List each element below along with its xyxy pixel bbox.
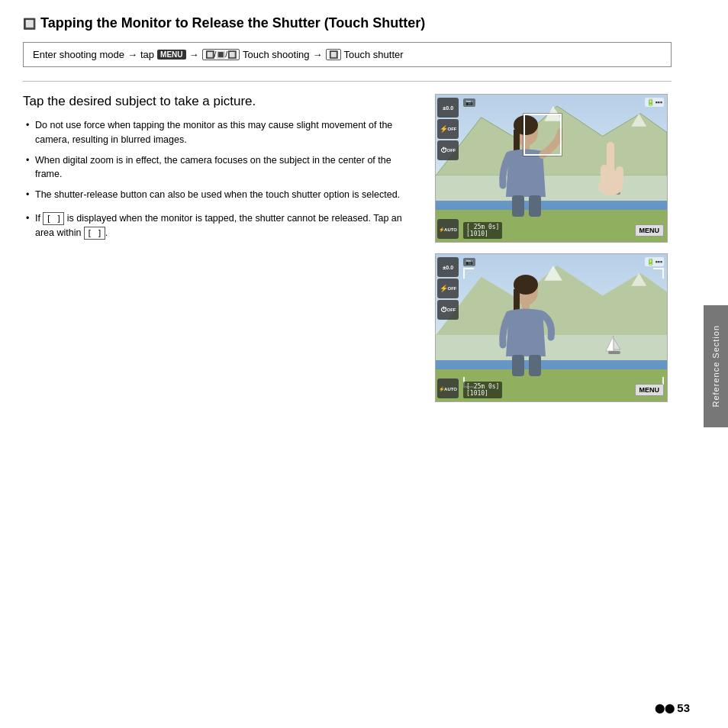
svg-rect-25 — [512, 355, 524, 376]
cam-btn-exposure: ±0.0 — [437, 98, 459, 118]
svg-rect-6 — [514, 130, 520, 153]
cam-top-icon: 📷 — [463, 98, 475, 107]
focus-bracket-1 — [523, 114, 562, 156]
sailboat-2 — [602, 334, 625, 357]
nav-touch-shooting-icon: 🔲/🔳/🔲 — [202, 49, 240, 60]
cam-bottom-bar-1: [ 25m 0s][1010] MENU — [460, 221, 667, 240]
cam-btn-iso-2: ⚡AUTO — [437, 378, 459, 398]
nav-arrow-1: → — [127, 49, 137, 60]
page-num-text: 53 — [677, 701, 690, 714]
cam-top-icon-2: 📷 — [463, 258, 475, 266]
nav-touch-shooting-label: Touch shooting — [243, 49, 309, 60]
camera-screen-2: ±0.0 ⚡OFF ⏱OFF ⚡AUTO 📷 — [435, 253, 668, 402]
svg-rect-8 — [512, 195, 524, 217]
cam-btn-iso: ⚡AUTO — [437, 219, 459, 239]
cam-top-bar-1: 📷 🔋▪▪▪ — [460, 96, 667, 108]
nav-touch-shutter-label: Touch shutter — [344, 49, 404, 60]
nav-menu-button: MENU — [157, 50, 185, 60]
bullet-1: Do not use force when tapping the monito… — [23, 118, 420, 147]
cam-battery: 🔋▪▪▪ — [645, 98, 664, 107]
cam-info-1: [ 25m 0s][1010] — [463, 222, 502, 239]
cam-info-2: [ 25m 0s][1010] — [463, 382, 502, 398]
cam-top-bar-2: 📷 🔋▪▪▪ — [460, 256, 667, 268]
cam-menu-button-1: MENU — [635, 224, 665, 237]
reference-tab-label: Reference Section — [711, 325, 720, 407]
cam-btn-flash: ⚡OFF — [437, 119, 459, 139]
camera-icon: 🔲 — [23, 18, 36, 30]
cam-ui-left-2: ±0.0 ⚡OFF ⏱OFF ⚡AUTO — [436, 254, 460, 401]
cam-btn-flash-2: ⚡OFF — [437, 279, 459, 298]
cam-btn-timer-2: ⏱OFF — [437, 300, 459, 320]
right-column: ±0.0 ⚡OFF ⏱OFF ⚡AUTO 📷 — [435, 94, 672, 402]
page-title: 🔲 Tapping the Monitor to Release the Shu… — [23, 15, 672, 31]
bullet-list: Do not use force when tapping the monito… — [23, 118, 420, 202]
svg-point-17 — [598, 177, 623, 195]
nav-touch-shutter-icon: 🔲 — [326, 49, 341, 60]
cam-btn-timer: ⏱OFF — [437, 140, 459, 160]
cam-ui-left-1: ±0.0 ⚡OFF ⏱OFF ⚡AUTO — [436, 95, 460, 242]
svg-marker-28 — [614, 338, 620, 350]
nav-tap: tap — [140, 49, 154, 60]
main-layout: Tap the desired subject to take a pictur… — [23, 94, 672, 402]
bullet-2: When digital zoom is in effect, the came… — [23, 153, 420, 182]
finger-touch-1 — [593, 142, 627, 195]
note-prefix: If [ ] is displayed when the monitor is … — [35, 213, 402, 238]
nav-arrow-3: → — [313, 49, 323, 60]
svg-rect-29 — [608, 351, 620, 354]
title-text: Tapping the Monitor to Release the Shutt… — [40, 15, 425, 31]
svg-rect-26 — [529, 355, 541, 376]
left-column: Tap the desired subject to take a pictur… — [23, 94, 420, 246]
cam-menu-button-2: MENU — [635, 384, 665, 396]
bracket-tl — [463, 268, 474, 279]
camera-screen-1: ±0.0 ⚡OFF ⏱OFF ⚡AUTO 📷 — [435, 94, 668, 243]
section-heading: Tap the desired subject to take a pictur… — [23, 94, 420, 109]
svg-rect-23 — [514, 289, 520, 312]
svg-marker-27 — [606, 336, 614, 351]
section-divider — [23, 81, 672, 82]
reference-section-tab: Reference Section — [704, 305, 728, 427]
nav-enter-shooting: Enter shooting mode — [33, 49, 124, 60]
page-icon: ⬤⬤ — [655, 703, 675, 714]
note-item: If [ ] is displayed when the monitor is … — [23, 211, 420, 240]
cam-btn-exposure-2: ±0.0 — [437, 257, 459, 277]
svg-rect-9 — [529, 195, 541, 217]
navigation-box: Enter shooting mode → tap MENU → 🔲/🔳/🔲 T… — [23, 42, 672, 67]
cam-battery-2: 🔋▪▪▪ — [645, 257, 664, 266]
person-2 — [494, 272, 562, 379]
bullet-3: The shutter-release button can also be u… — [23, 188, 420, 202]
nav-arrow-2: → — [189, 49, 199, 60]
cam-bottom-bar-2: [ 25m 0s][1010] MENU — [460, 380, 667, 400]
bracket-tr — [653, 268, 664, 279]
page-number: ⬤⬤ 53 — [655, 701, 690, 714]
